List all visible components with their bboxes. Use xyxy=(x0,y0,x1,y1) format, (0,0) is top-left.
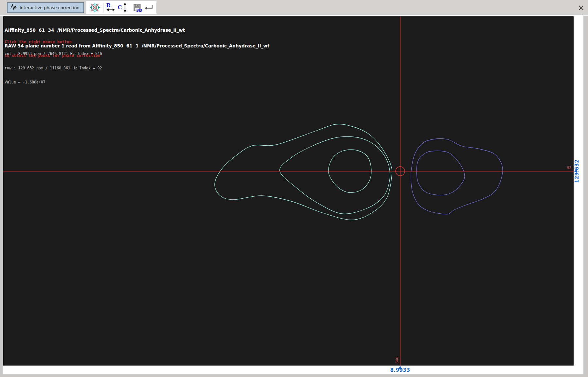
readout-row: row : 129.632 ppm / 11168.861 Hz Index =… xyxy=(5,66,102,71)
toolbar-icon-panel: R C 3D xyxy=(86,1,156,14)
save-3d-label: 3D xyxy=(136,8,142,13)
y-axis-value: 129.632 xyxy=(564,158,588,184)
column-phase-button[interactable]: C xyxy=(118,3,127,12)
return-button[interactable] xyxy=(144,4,153,11)
target-crossed-icon xyxy=(90,2,100,13)
interactive-phase-correction-button[interactable]: Interactive phase correction xyxy=(7,2,84,13)
row-letter: R xyxy=(106,3,111,8)
x-axis-value: 8.9933 xyxy=(385,367,415,373)
save-3d-button[interactable]: 3D xyxy=(133,4,141,11)
column-letter: C xyxy=(118,5,122,10)
cursor-readout: col : 8.9933 ppm / 7646.8121 Hz Index = … xyxy=(5,42,102,94)
contour-positive-outer xyxy=(215,124,392,220)
close-icon xyxy=(578,5,584,11)
toolbar-separator xyxy=(103,3,103,12)
contour-negative-outer xyxy=(411,138,503,214)
contour-positive-middle xyxy=(280,136,390,214)
vertical-arrow-icon xyxy=(123,3,127,12)
toolbar: Interactive phase correction R xyxy=(0,0,588,15)
return-arrow-icon xyxy=(144,4,153,11)
interactive-phase-correction-label: Interactive phase correction xyxy=(20,5,80,10)
readout-col: col : 8.9933 ppm / 7646.8121 Hz Index = … xyxy=(5,51,102,56)
contour-layer xyxy=(215,124,503,220)
spectrum-canvas[interactable]: 92 546 AIffinity_850 61 34 /NMR/Processe… xyxy=(3,16,574,366)
toolbar-separator xyxy=(130,3,130,12)
row-phase-button[interactable]: R xyxy=(106,3,115,12)
horizontal-arrow-icon xyxy=(106,8,115,12)
plot-page: 92 546 AIffinity_850 61 34 /NMR/Processe… xyxy=(3,15,583,374)
close-button[interactable] xyxy=(578,4,585,11)
phase-waveform-icon xyxy=(10,3,17,12)
peak-pick-disabled-button[interactable] xyxy=(90,2,100,13)
col-index-label: 546 xyxy=(395,357,399,363)
contour-negative-inner xyxy=(417,151,465,195)
readout-value: Value = -1.680e+07 xyxy=(5,80,102,85)
